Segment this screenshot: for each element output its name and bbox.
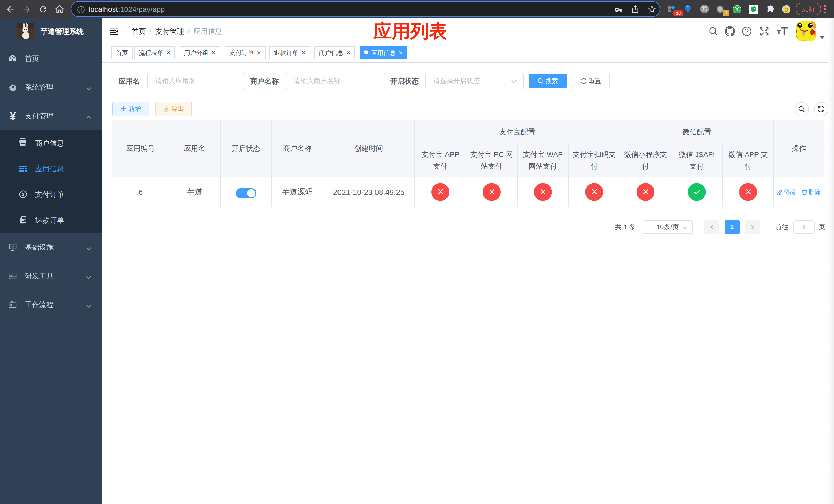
svg-text:¥: ¥ [10, 110, 16, 122]
svg-text:¥: ¥ [22, 191, 24, 197]
